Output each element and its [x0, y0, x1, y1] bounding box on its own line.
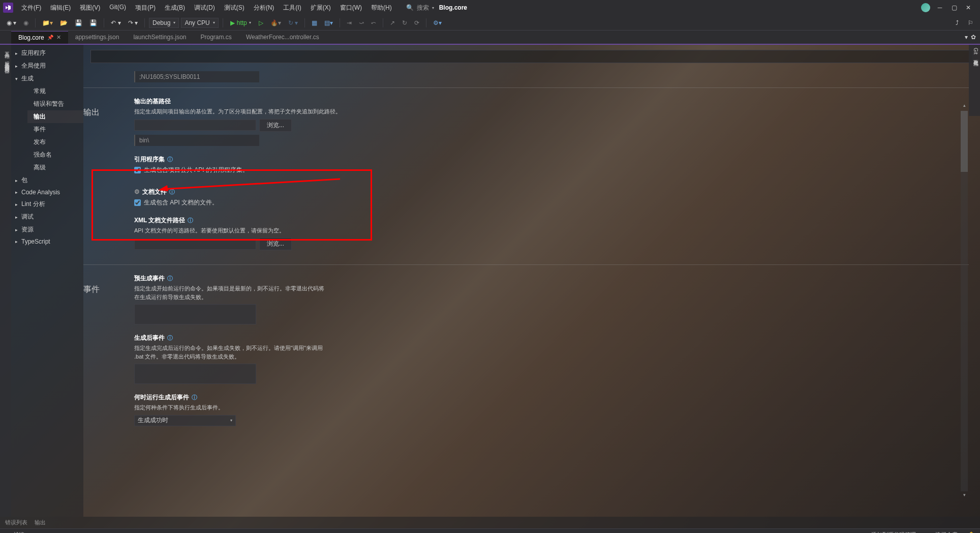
run-target: http: [237, 19, 247, 26]
start-debug-button[interactable]: ▶ http ▾: [227, 18, 254, 27]
config-value: Debug: [152, 19, 170, 26]
xml-path-input[interactable]: [134, 239, 256, 250]
close-icon[interactable]: ✕: [56, 34, 61, 41]
feedback-button[interactable]: ⚐: [965, 18, 976, 28]
menu-view[interactable]: 视图(V): [76, 2, 104, 14]
maximize-button[interactable]: ▢: [951, 4, 958, 11]
nav-typescript[interactable]: TypeScript: [11, 236, 83, 247]
nav-back-button[interactable]: ◉ ▾: [4, 18, 19, 28]
redo-button[interactable]: ↷ ▾: [126, 18, 140, 28]
nav-application[interactable]: 应用程序: [11, 47, 83, 60]
tab-output-window[interactable]: 输出: [35, 519, 46, 526]
menu-file[interactable]: 文件(F): [17, 2, 45, 14]
tab-launchsettings[interactable]: launchSettings.json: [126, 31, 193, 43]
menu-window[interactable]: 窗口(W): [336, 2, 366, 14]
step-out-button[interactable]: ⤺: [369, 18, 379, 28]
props-search-box[interactable]: [90, 50, 973, 63]
info-icon[interactable]: ⓘ: [167, 334, 173, 342]
nav-build[interactable]: 生成: [11, 72, 83, 85]
tb-icon-3[interactable]: ↗: [387, 18, 397, 28]
tb-icon-6[interactable]: ⚙▾: [431, 18, 444, 28]
config-dropdown[interactable]: Debug ▾: [149, 18, 179, 28]
new-project-button[interactable]: 📁▾: [40, 18, 55, 28]
nav-global-using[interactable]: 全局使用: [11, 60, 83, 72]
minimize-button[interactable]: ─: [936, 4, 943, 11]
hot-reload-button[interactable]: 🔥▾: [268, 18, 284, 28]
menu-edit[interactable]: 编辑(E): [46, 2, 75, 14]
save-all-button[interactable]: 💾: [87, 18, 100, 28]
menu-debug[interactable]: 调试(D): [190, 2, 219, 14]
nav-output[interactable]: 输出: [27, 110, 83, 123]
content-scrollbar[interactable]: ▴ ▾: [961, 111, 968, 491]
share-button[interactable]: ⤴: [953, 18, 961, 28]
menu-project[interactable]: 项目(P): [131, 2, 160, 14]
refresh-button[interactable]: ↻ ▾: [286, 18, 300, 28]
platform-dropdown[interactable]: Any CPU ▾: [181, 18, 218, 28]
pin-icon[interactable]: 📌: [47, 35, 53, 40]
left-tool-strip[interactable]: 工具箱 服务器资源管理器: [0, 45, 11, 517]
nav-package[interactable]: 包: [11, 174, 83, 187]
open-file-button[interactable]: 📂: [57, 18, 70, 28]
start-nodebug-button[interactable]: ▷: [256, 18, 266, 28]
pre-build-textarea[interactable]: [134, 304, 256, 324]
right-tool-strip[interactable]: Git 更改 属性: [969, 45, 980, 116]
info-icon[interactable]: ⓘ: [192, 394, 197, 401]
info-icon[interactable]: ⓘ: [167, 275, 173, 282]
nav-publish[interactable]: 发布: [27, 136, 83, 149]
info-icon[interactable]: ⓘ: [188, 217, 193, 224]
tab-appsettings[interactable]: appsettings.json: [68, 31, 127, 43]
scroll-up-icon[interactable]: ▴: [961, 103, 968, 110]
tab-error-list[interactable]: 错误列表: [5, 519, 27, 526]
post-build-textarea[interactable]: [134, 364, 256, 384]
scrollbar-thumb[interactable]: [961, 111, 968, 172]
when-run-select[interactable]: 生成成功时 ▾: [134, 415, 236, 426]
tab-dropdown-button[interactable]: ▾: [965, 34, 968, 41]
menu-tools[interactable]: 工具(I): [279, 2, 305, 14]
platform-value: Any CPU: [185, 19, 209, 26]
nav-lint[interactable]: Lint 分析: [11, 198, 83, 211]
panel-git-changes[interactable]: Git 更改: [973, 48, 978, 56]
save-button[interactable]: 💾: [72, 18, 85, 28]
tab-weather[interactable]: WeatherForec...ontroller.cs: [239, 31, 326, 43]
step-over-button[interactable]: ⤻: [356, 18, 366, 28]
menu-analyze[interactable]: 分析(N): [250, 2, 279, 14]
tab-blog-core[interactable]: Blog.core 📌 ✕: [11, 31, 68, 44]
info-icon[interactable]: ⓘ: [169, 188, 175, 196]
nav-general[interactable]: 常规: [27, 85, 83, 98]
tab-program[interactable]: Program.cs: [194, 31, 239, 43]
menu-build[interactable]: 生成(B): [161, 2, 189, 14]
tb-icon-2[interactable]: ▤▾: [322, 18, 335, 28]
tab-settings-button[interactable]: ✿: [971, 34, 976, 41]
nav-fwd-button[interactable]: ◉: [21, 18, 31, 28]
close-button[interactable]: ✕: [965, 4, 972, 11]
prop-pre-build: 预生成事件 ⓘ 指定生成开始前运行的命令。如果项目是最新的，则不运行。非零退出代…: [134, 274, 969, 324]
nav-advanced[interactable]: 高级: [27, 161, 83, 174]
doc-file-checkbox[interactable]: [134, 199, 141, 206]
when-run-value: 生成成功时: [138, 416, 168, 425]
nav-events[interactable]: 事件: [27, 123, 83, 136]
title-search[interactable]: 🔍 搜索 ▾: [406, 4, 434, 12]
tb-icon-5[interactable]: ⟳: [412, 18, 422, 28]
base-path-browse-button[interactable]: 浏览...: [259, 119, 292, 132]
nav-strong-naming[interactable]: 强命名: [27, 149, 83, 161]
undo-button[interactable]: ↶ ▾: [108, 18, 123, 28]
scroll-down-icon[interactable]: ▾: [961, 492, 968, 499]
base-path-input[interactable]: [134, 120, 256, 131]
nav-code-analysis[interactable]: Code Analysis: [11, 187, 83, 198]
ref-assembly-checkbox[interactable]: [134, 167, 141, 173]
tb-icon-1[interactable]: ▦: [309, 18, 320, 28]
source-control-button[interactable]: 添加到源代码管理: [871, 531, 916, 533]
menu-git[interactable]: Git(G): [105, 2, 130, 14]
menu-test[interactable]: 测试(S): [220, 2, 249, 14]
nav-debug[interactable]: 调试: [11, 211, 83, 223]
menu-extensions[interactable]: 扩展(X): [307, 2, 335, 14]
tb-icon-4[interactable]: ↻: [400, 18, 410, 28]
nav-errors-warnings[interactable]: 错误和警告: [27, 98, 83, 110]
nav-resources[interactable]: 资源: [11, 223, 83, 236]
menu-help[interactable]: 帮助(H): [367, 2, 396, 14]
info-icon[interactable]: ⓘ: [167, 156, 173, 163]
user-avatar[interactable]: [921, 3, 930, 12]
xml-path-browse-button[interactable]: 浏览...: [259, 238, 292, 250]
repo-select-button[interactable]: 选择仓库: [935, 531, 958, 533]
step-into-button[interactable]: ⇥: [344, 18, 354, 28]
